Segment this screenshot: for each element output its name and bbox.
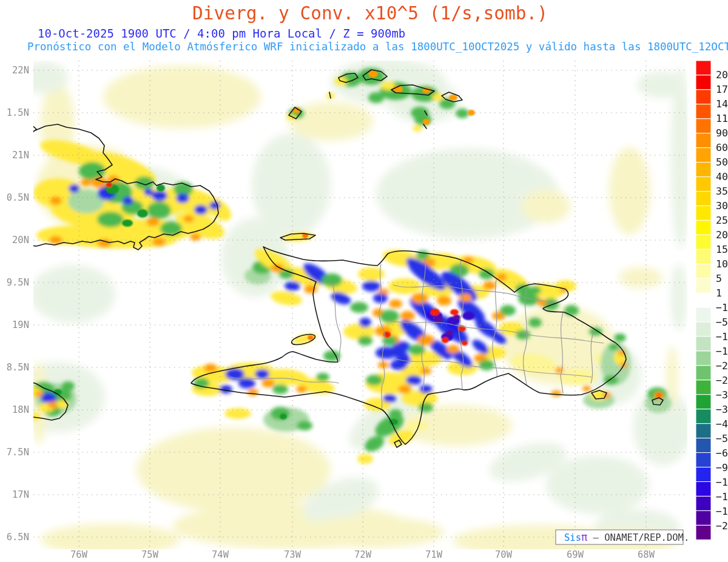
colorbar-cell	[696, 192, 711, 206]
svg-text:−40: −40	[716, 418, 728, 430]
svg-text:90: 90	[716, 127, 728, 139]
svg-text:60: 60	[716, 142, 728, 153]
colorbar: 200 170 140 110 90 60 50 40 35 30 25 20 …	[696, 61, 728, 540]
brand-separator: –	[587, 532, 604, 543]
y-tick: 1.5N	[7, 107, 29, 118]
subtitle-model: Pronóstico con el Modelo Atmósferico WRF…	[27, 41, 728, 53]
svg-text:5: 5	[716, 273, 722, 284]
brand-sis: Sis	[564, 532, 581, 543]
x-tick: 76W	[70, 549, 88, 560]
colorbar-cell	[696, 510, 711, 525]
colorbar-cell	[696, 307, 711, 322]
x-tick: 74W	[212, 549, 229, 560]
svg-text:110: 110	[716, 113, 728, 124]
x-tick: 72W	[354, 549, 372, 560]
colorbar-cell	[696, 177, 711, 192]
brand-org: ONAMET/REP.DOM.	[604, 532, 689, 543]
divergence-field	[10, 59, 692, 557]
svg-text:50: 50	[716, 156, 728, 168]
svg-text:−140: −140	[716, 491, 728, 503]
y-tick: 9.5N	[7, 277, 29, 288]
colorbar-cell	[696, 119, 711, 133]
svg-text:−20: −20	[716, 360, 728, 372]
colorbar-cell	[696, 424, 711, 438]
y-tick: 20N	[12, 235, 29, 246]
colorbar-cell	[696, 206, 711, 221]
svg-text:20: 20	[716, 229, 728, 241]
y-tick: 6.5N	[7, 532, 29, 543]
x-tick: 71W	[425, 549, 443, 560]
wrf-divergence-map: Diverg. y Conv. x10^5 (1/s,somb.) 10-Oct…	[0, 0, 728, 562]
svg-text:Sisπ – ONAMET/REP.DOM.: Sisπ – ONAMET/REP.DOM.	[564, 531, 689, 543]
colorbar-cell	[696, 351, 711, 366]
svg-text:−170: −170	[716, 506, 728, 517]
svg-text:200: 200	[716, 69, 728, 81]
page-title: Diverg. y Conv. x10^5 (1/s,somb.)	[192, 3, 548, 24]
svg-text:140: 140	[716, 98, 728, 110]
svg-text:40: 40	[716, 171, 728, 182]
svg-text:30: 30	[716, 200, 728, 212]
svg-text:1: 1	[716, 287, 722, 299]
y-tick: 19N	[12, 319, 29, 330]
svg-text:170: 170	[716, 84, 728, 95]
y-tick: 17N	[12, 489, 29, 500]
colorbar-cell	[696, 380, 711, 395]
colorbar-cell	[696, 453, 711, 467]
x-axis-labels: 76W 75W 74W 73W 72W 71W 70W 69W 68W	[70, 549, 655, 560]
svg-text:−200: −200	[716, 520, 728, 532]
svg-text:−35: −35	[716, 404, 728, 415]
y-tick: 7.5N	[7, 447, 29, 458]
svg-text:−10: −10	[716, 331, 728, 343]
subtitle-datetime: 10-Oct-2025 1900 UTC / 4:00 pm Hora Loca…	[38, 27, 405, 40]
y-tick: 18N	[12, 404, 29, 415]
colorbar-cell	[696, 438, 711, 453]
svg-text:−110: −110	[716, 477, 728, 488]
svg-text:−50: −50	[716, 433, 728, 444]
colorbar-cell	[696, 366, 711, 380]
svg-text:15: 15	[716, 244, 728, 255]
colorbar-cell	[696, 249, 711, 264]
colorbar-cell	[696, 482, 711, 497]
y-tick: 22N	[12, 65, 29, 76]
svg-text:−25: −25	[716, 375, 728, 386]
colorbar-cell	[696, 235, 711, 249]
x-tick: 75W	[141, 549, 159, 560]
x-tick: 70W	[495, 549, 513, 560]
map-canvas: Diverg. y Conv. x10^5 (1/s,somb.) 10-Oct…	[0, 0, 728, 562]
colorbar-cell	[696, 497, 711, 511]
colorbar-labels: 200 170 140 110 90 60 50 40 35 30 25 20 …	[716, 69, 728, 532]
svg-text:35: 35	[716, 186, 728, 197]
svg-text:−30: −30	[716, 389, 728, 401]
svg-text:−1: −1	[716, 302, 728, 313]
branding-box: Sisπ – ONAMET/REP.DOM.	[556, 530, 689, 544]
x-tick: 69W	[567, 549, 584, 560]
svg-text:−90: −90	[716, 462, 728, 473]
colorbar-cell	[696, 220, 711, 235]
svg-text:−60: −60	[716, 447, 728, 459]
colorbar-cell	[696, 278, 711, 293]
colorbar-cell	[696, 336, 711, 351]
colorbar-cell	[696, 162, 711, 177]
svg-text:25: 25	[716, 215, 728, 226]
colorbar-cell	[696, 293, 711, 307]
colorbar-cell	[696, 90, 711, 104]
colorbar-cell	[696, 467, 711, 482]
svg-text:10: 10	[716, 258, 728, 270]
colorbar-cell	[696, 264, 711, 278]
svg-text:−15: −15	[716, 346, 728, 357]
colorbar-cell	[696, 148, 711, 162]
colorbar-cell	[696, 61, 711, 75]
x-tick: 73W	[284, 549, 302, 560]
colorbar-cell	[696, 104, 711, 119]
colorbar-cell	[696, 133, 711, 148]
colorbar-cell	[696, 525, 711, 540]
y-tick: 8.5N	[7, 362, 29, 373]
x-tick: 68W	[638, 549, 655, 560]
svg-text:−5: −5	[716, 316, 728, 328]
y-axis-labels: 22N 1.5N 21N 0.5N 20N 9.5N 19N 8.5N 18N …	[7, 65, 29, 543]
colorbar-cell	[696, 322, 711, 336]
y-tick: 21N	[12, 150, 29, 161]
brand-pi-icon: π	[581, 531, 587, 543]
colorbar-cell	[696, 75, 711, 90]
colorbar-cell	[696, 409, 711, 424]
